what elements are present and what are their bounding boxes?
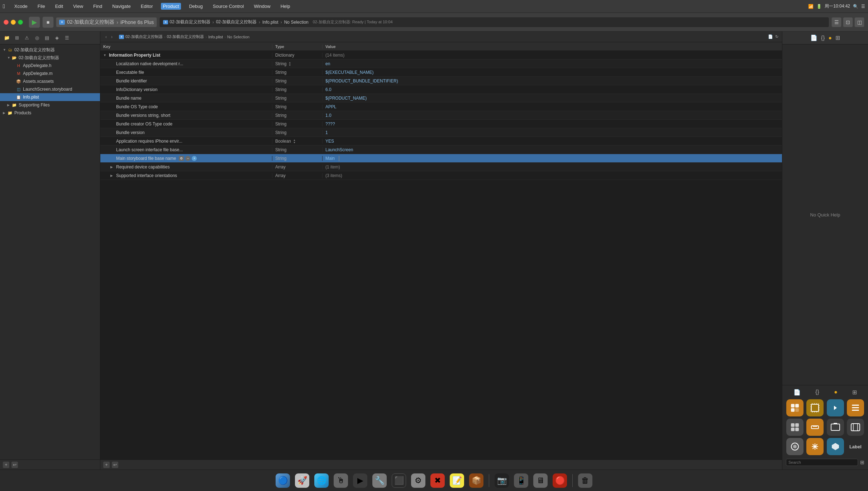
list-item[interactable] [806,399,824,416]
menu-product[interactable]: Product [161,3,181,10]
table-row[interactable]: ▶ Supported interface orientations Array… [100,171,782,180]
sidebar-test-icon[interactable]: ◎ [33,34,41,42]
inspector-tab-braces[interactable]: {} [821,35,825,41]
menu-xcode[interactable]: Xcode [12,3,30,10]
sidebar-item-assets[interactable]: 📦 Assets.xcassets [0,77,100,85]
sidebar-item-root[interactable]: ▼ 🗂 02-加载自定义控制器 [0,46,100,54]
list-item[interactable] [846,399,864,416]
path-segment-project[interactable]: 02-加载自定义控制器 [125,34,163,39]
list-item[interactable] [786,419,804,436]
table-row[interactable]: Bundle versions string, short String 1.0 [100,111,782,120]
menu-editor[interactable]: Editor [139,3,155,10]
plist-value-cell[interactable]: LaunchScreen [323,147,782,152]
dock-scripteditor[interactable]: 🔧 [371,472,388,489]
view-toggle-1[interactable]: ☰ [831,17,841,27]
plist-value-cell[interactable]: 1 [323,130,782,135]
maximize-button[interactable] [18,20,23,25]
menu-find[interactable]: Find [91,3,104,10]
table-row[interactable]: Bundle name String $(PRODUCT_NAME) [100,94,782,103]
widget-search-input[interactable] [786,459,858,466]
sidebar-item-appdelegate-m[interactable]: M AppDelegate.m [0,70,100,77]
sidebar-item-products[interactable]: ▶ 📁 Products [0,109,100,117]
list-item[interactable] [846,419,864,436]
dock-settings[interactable]: ⚙ [410,472,426,489]
dock-launchpad[interactable]: 🚀 [294,472,310,489]
dock-xmind[interactable]: ✖ [429,472,446,489]
plist-type-cell[interactable]: String [272,156,323,161]
table-row[interactable]: Application requires iPhone envir... Boo… [100,137,782,146]
sidebar-item-launchscreen[interactable]: ◫ LaunchScreen.storyboard [0,85,100,93]
expand-arrow[interactable]: ▶ [110,174,115,177]
table-row[interactable]: ▶ Required device capabilities Array (1 … [100,163,782,171]
dock-mouse[interactable]: 🖱 [333,472,349,489]
run-button[interactable]: ▶ [29,16,40,28]
table-row[interactable]: Bundle OS Type code String APPL [100,103,782,111]
table-row[interactable]: Bundle identifier String $(PRODUCT_BUNDL… [100,77,782,85]
plist-value-cell[interactable]: $(EXECUTABLE_NAME) [323,70,782,75]
plus-action-icon[interactable]: + [192,156,197,161]
table-row[interactable]: InfoDictionary version String 6.0 [100,85,782,94]
sidebar-breakpoint-icon[interactable]: ◈ [53,34,61,42]
table-row[interactable]: Localization native development r... Str… [100,59,782,68]
widget-tab-braces[interactable]: {} [815,389,819,396]
menu-window[interactable]: Window [252,3,272,10]
nav-forward-button[interactable]: › [110,34,114,40]
widget-tab-doc[interactable]: 📄 [793,389,801,396]
plist-type-cell[interactable]: Array [272,173,323,178]
plist-value-cell[interactable]: en [323,61,782,66]
sidebar-history-button[interactable]: ↩ [11,462,18,468]
path-doc-icon[interactable]: 📄 [768,34,773,39]
search-icon[interactable]: 🔍 [853,4,858,9]
list-item[interactable] [806,438,824,455]
inspector-tab-doc[interactable]: 📄 [810,34,817,41]
plist-value-cell[interactable]: $(PRODUCT_BUNDLE_IDENTIFIER) [323,78,782,84]
sidebar-debug-icon[interactable]: ▤ [43,34,51,42]
sidebar-folder-icon[interactable]: 📁 [3,34,11,42]
menu-view[interactable]: View [71,3,85,10]
plist-type-cell[interactable]: String [272,70,323,75]
dock-iphone[interactable]: 📱 [513,472,529,489]
plist-value-cell[interactable]: 6.0 [323,87,782,92]
plist-type-cell[interactable]: Array [272,165,323,170]
plist-type-cell[interactable]: String ▲▼ [272,61,323,66]
plist-type-cell[interactable]: String [272,87,323,92]
plist-type-cell[interactable]: String [272,78,323,84]
inspector-tab-square[interactable]: ⊞ [835,34,840,41]
plist-type-cell[interactable]: Dictionary [272,53,323,58]
dock-app1[interactable]: 📦 [468,472,485,489]
plist-type-cell[interactable]: String [272,147,323,152]
settings-action-icon[interactable]: ⚙ [179,156,184,161]
dock-app2[interactable]: 🖥 [532,472,549,489]
sidebar-warning-icon[interactable]: ⚠ [23,34,31,42]
path-reload-icon[interactable]: ↻ [775,34,778,39]
list-item[interactable] [826,399,844,416]
dock-quicktime[interactable]: ▶ [352,472,368,489]
widget-tab-circle[interactable]: ● [834,389,838,396]
dock-notes[interactable]: 📝 [449,472,465,489]
notification-icon[interactable]: ☰ [861,4,865,9]
plist-value-cell[interactable]: Main | [323,155,782,162]
plist-value-cell[interactable]: ???? [323,121,782,127]
table-row[interactable]: Executable file String $(EXECUTABLE_NAME… [100,68,782,77]
stop-button[interactable]: ■ [42,16,54,28]
list-item[interactable] [826,438,844,455]
menu-source-control[interactable]: Source Control [211,3,246,10]
add-file-button[interactable]: + [3,462,9,468]
inspector-zoom-icon[interactable]: ⊞ [860,459,864,465]
list-item[interactable] [826,419,844,436]
path-segment-group[interactable]: 02-加载自定义控制器 [167,34,204,39]
minimize-button[interactable] [11,20,16,25]
menu-help[interactable]: Help [278,3,292,10]
view-toggle-2[interactable]: ⊡ [843,17,853,27]
plist-type-cell[interactable]: String [272,113,323,118]
nav-back-button[interactable]: ‹ [104,34,108,40]
dock-finder[interactable]: 🔵 [275,472,291,489]
list-item[interactable] [806,419,824,436]
plist-value-cell[interactable]: 1.0 [323,113,782,118]
dock-terminal[interactable]: ⬛ [391,472,407,489]
plist-type-cell[interactable]: String [272,130,323,135]
plist-type-cell[interactable]: String [272,96,323,101]
plist-type-cell[interactable]: Boolean ▲▼ [272,139,323,144]
list-item[interactable]: Label [846,438,864,455]
apple-menu-item[interactable]:  [3,3,5,10]
